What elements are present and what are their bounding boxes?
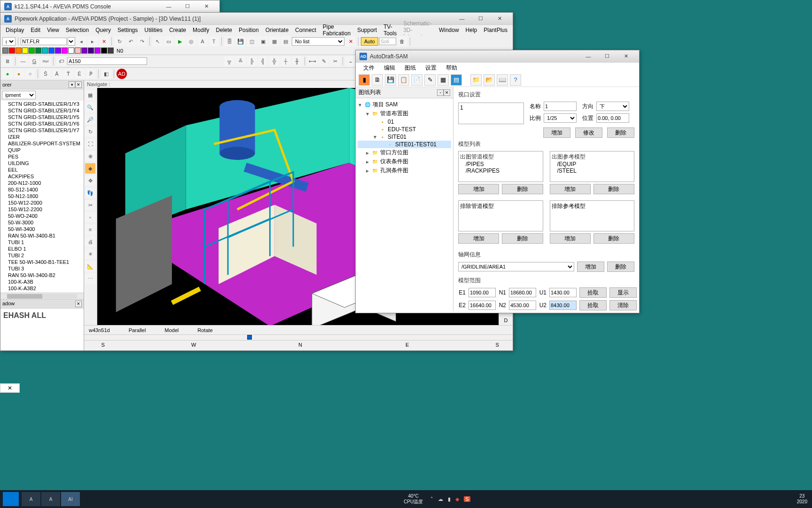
tray-cloud-icon[interactable]: ☁ <box>438 496 443 502</box>
ref-item-0[interactable]: /EQUIP <box>552 161 633 167</box>
pipe-tool-2[interactable]: ╩ <box>235 56 246 66</box>
menu-display[interactable]: Display <box>2 26 27 34</box>
tree-item[interactable]: UILDING <box>0 160 84 167</box>
e1-input[interactable] <box>468 288 496 297</box>
ad-tool-1[interactable]: ▮ <box>359 74 370 86</box>
nav-fwd-button[interactable]: ▸ <box>87 36 98 47</box>
dim-tool-2[interactable]: ✎ <box>319 56 329 66</box>
menu-query[interactable]: Query <box>92 26 114 34</box>
filter-t-button[interactable]: T̂ <box>63 69 73 79</box>
tree-site01[interactable]: SITE01 <box>388 134 406 140</box>
menu-view[interactable]: View <box>44 26 62 34</box>
refresh-button[interactable]: ↻ <box>114 36 125 47</box>
ref-button[interactable]: Ref <box>40 56 51 66</box>
tree-item[interactable]: TUBI 2 <box>0 252 84 259</box>
color-swatch[interactable] <box>62 48 68 54</box>
filter-a-button[interactable]: Â <box>52 69 62 79</box>
ad-tool-folder1[interactable]: 📁 <box>470 74 482 86</box>
ad-menu-item[interactable]: 编辑 <box>379 63 400 73</box>
ad-red-button[interactable]: AD <box>117 69 127 79</box>
drawing-tree[interactable]: ▾🌐项目 SAM ▾📁管道布置图 ▪01 ▪EDU-TEST ▾▪SITE01 … <box>356 98 453 311</box>
tree-01[interactable]: 01 <box>388 119 394 125</box>
overlap-button[interactable]: ◫ <box>247 36 257 47</box>
excl-ref-add-button[interactable]: 增加 <box>550 233 591 244</box>
text-a-button[interactable]: A <box>197 36 208 47</box>
nav-tool-pan[interactable]: ✥ <box>85 175 95 186</box>
list-close-button[interactable]: ✕ <box>345 36 356 47</box>
green-circle-button[interactable]: ● <box>2 69 13 79</box>
clock[interactable]: 23 2020 <box>797 493 809 505</box>
u2-input[interactable] <box>549 301 577 310</box>
filter-e-button[interactable]: Ê <box>74 69 85 79</box>
e2-input[interactable] <box>468 301 496 310</box>
tree-edu-test[interactable]: EDU-TEST <box>388 126 416 133</box>
pdms-close-button[interactable]: ✕ <box>490 13 509 24</box>
color-swatch[interactable] <box>29 48 35 54</box>
tree-item[interactable]: 100-K-A3B2 <box>0 285 84 292</box>
tree-item[interactable]: 150-W12-2000 <box>0 199 84 206</box>
tree-item[interactable]: SCTN GRID-STABILIZER/1/Y4 <box>0 107 84 114</box>
system-tray[interactable]: ˄ ☁ ▮ ◆ S <box>430 496 470 502</box>
tray-battery-icon[interactable]: ▮ <box>448 496 451 502</box>
tray-up-icon[interactable]: ˄ <box>430 496 433 502</box>
tree-item[interactable]: PES <box>0 153 84 160</box>
filter-p-button[interactable]: P̂ <box>86 69 96 79</box>
color-swatch[interactable] <box>75 48 81 54</box>
tree-item[interactable]: 50-N12-1800 <box>0 193 84 199</box>
ad-menu-item[interactable]: 文件 <box>359 63 379 73</box>
tree-item[interactable]: 50-W-3000 <box>0 219 84 226</box>
clear-button[interactable]: 清除 <box>609 300 637 310</box>
pipe-tool-6[interactable]: ┼ <box>281 56 291 66</box>
menu-selection[interactable]: Selection <box>62 26 92 34</box>
dim-tool-1[interactable]: ⟷ <box>307 56 318 66</box>
ref-model-list[interactable]: 出图参考模型 /EQUIP /STEEL <box>550 151 635 182</box>
tree-site01-test01[interactable]: SITE01-TEST01 <box>395 141 437 148</box>
filter-s-button[interactable]: Ŝ <box>40 69 51 79</box>
position-input[interactable] <box>596 113 629 123</box>
axis-del-button[interactable]: 删除 <box>607 262 634 272</box>
menu-create[interactable]: Create <box>166 26 189 34</box>
menu-utilities[interactable]: Utilities <box>141 26 166 34</box>
tray-shield-icon[interactable]: ◆ <box>455 496 459 502</box>
ad-tool-book[interactable]: 📖 <box>497 74 508 86</box>
menu-modify[interactable]: Modify <box>189 26 212 34</box>
list-dropdown[interactable]: No list <box>292 37 344 46</box>
tree-item[interactable]: RAN 50-WI-3400-B2 <box>0 272 84 278</box>
tree-item[interactable]: TUBI 3 <box>0 265 84 272</box>
nav-back-button[interactable]: ◂ <box>76 36 86 47</box>
autodraft-max-button[interactable]: ☐ <box>598 51 617 62</box>
excl-ref-del-button[interactable]: 删除 <box>593 233 634 244</box>
excl-pipe-list[interactable]: 排除管道模型 <box>458 200 543 231</box>
soli-input[interactable] <box>379 38 396 45</box>
explorer-header[interactable]: orer ▾ ✕ <box>0 80 84 89</box>
color-swatch[interactable] <box>48 48 55 54</box>
menu-orientate[interactable]: Orientate <box>262 26 292 34</box>
n2-input[interactable] <box>509 301 536 310</box>
tree-item[interactable]: ELBO 1 <box>0 246 84 252</box>
color-swatch[interactable] <box>68 48 74 54</box>
tree-item[interactable]: 100-K-A3B <box>0 278 84 285</box>
color-swatch[interactable] <box>94 48 101 54</box>
color-swatch[interactable] <box>35 48 41 54</box>
ad-tool-grid[interactable]: ▦ <box>437 74 449 86</box>
circle-button[interactable]: ○ <box>25 69 35 79</box>
a150-input[interactable] <box>67 57 147 65</box>
tree-item[interactable]: TUBI 1 <box>0 239 84 246</box>
tree-item[interactable]: ACKPIPES <box>0 173 84 180</box>
ad-tool-help[interactable]: ? <box>510 74 521 86</box>
nav-tool-fit[interactable]: ⛶ <box>85 139 95 149</box>
ad-tool-edit[interactable]: ✎ <box>424 74 436 86</box>
pipe-item-1[interactable]: /RACKPIPES <box>460 167 541 174</box>
excl-ref-list[interactable]: 排除参考模型 <box>550 200 635 231</box>
axis-combo[interactable]: /GRIDLINE/AREA1 <box>458 262 574 271</box>
excl-pipe-add-button[interactable]: 增加 <box>458 233 499 244</box>
minus-button[interactable]: — <box>18 56 28 66</box>
color-swatch[interactable] <box>108 48 114 54</box>
pipe-tool-1[interactable]: ╦ <box>224 56 234 66</box>
explorer-close-button[interactable]: ✕ <box>75 81 82 88</box>
dim-tool-3[interactable]: ✂ <box>330 56 340 66</box>
pick1-button[interactable]: 拾取 <box>579 287 607 298</box>
unknown-btn[interactable]: ◧ <box>101 69 111 79</box>
menu-plantplus[interactable]: PlantPlus <box>480 26 511 34</box>
tree-item[interactable]: SCTN GRID-STABILIZER/1/Y5 <box>0 114 84 120</box>
